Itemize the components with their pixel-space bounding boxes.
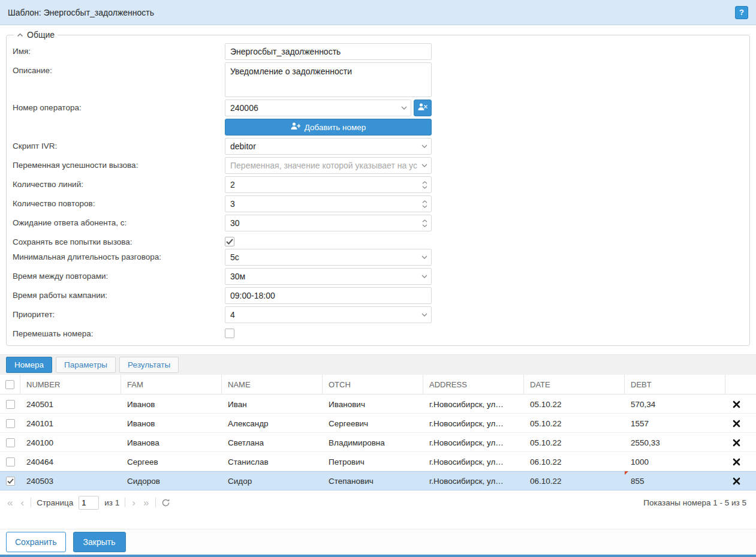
shuffle-checkbox[interactable] (225, 329, 234, 338)
cell-number: 240503 (20, 471, 121, 490)
success-variable-label: Переменная успешности вызова: (13, 157, 225, 170)
first-page-icon[interactable]: « (6, 498, 14, 508)
tab-numbers[interactable]: Номера (6, 357, 52, 373)
name-input[interactable] (225, 43, 432, 60)
column-header-number[interactable]: NUMBER (20, 375, 121, 395)
column-header-name[interactable]: NAME (222, 375, 323, 395)
cell-name: Светлана (222, 433, 323, 452)
repeats-count-input[interactable] (225, 196, 431, 212)
cell-date: 06.10.22 (524, 452, 625, 471)
campaign-time-row: Время работы кампании: (13, 287, 743, 304)
operator-number-value: 240006 (230, 103, 397, 113)
chevron-down-icon[interactable] (418, 144, 431, 148)
delete-row-icon[interactable] (733, 477, 740, 485)
cell-fam: Иванов (121, 395, 222, 414)
lines-count-input[interactable] (225, 177, 431, 192)
column-header-date[interactable]: DATE (524, 375, 625, 395)
spinner-up-icon[interactable] (422, 181, 427, 184)
ivr-script-value: debitor (230, 141, 418, 151)
success-variable-row: Переменная успешности вызова: Переменная… (13, 157, 743, 174)
operator-number-combo[interactable]: 240006 (225, 100, 411, 116)
repeat-interval-combo[interactable]: 30м (225, 268, 432, 285)
column-header-fam[interactable]: FAM (121, 375, 222, 395)
tab-parameters-label: Параметры (64, 360, 107, 369)
ivr-script-combo[interactable]: debitor (225, 138, 432, 155)
cell-name: Иван (222, 395, 323, 414)
close-button[interactable]: Закрыть (73, 532, 126, 552)
cell-address: г.Новосибирск, ул… (423, 414, 524, 433)
min-duration-combo[interactable]: 5с (225, 249, 432, 266)
column-header-debt[interactable]: DEBT (625, 375, 725, 395)
answer-wait-input[interactable] (225, 215, 431, 231)
save-attempts-label: Сохранять все попытки вызова: (13, 234, 225, 246)
delete-row-icon[interactable] (733, 401, 740, 408)
repeats-count-spinner (225, 195, 432, 212)
column-header-address[interactable]: ADDRESS (423, 375, 524, 395)
tab-results-label: Результаты (128, 360, 170, 369)
row-checkbox[interactable] (6, 438, 15, 447)
operator-number-row: Номер оператора: 240006 (13, 100, 743, 116)
cell-fam: Сергеев (121, 452, 222, 471)
paging-status: Показаны номера 1 - 5 из 5 (643, 498, 750, 507)
page-of-label: из 1 (104, 498, 119, 507)
page-label: Страница (37, 498, 73, 507)
chevron-down-icon[interactable] (418, 313, 431, 317)
toolbar-separator (31, 498, 31, 507)
prev-page-icon[interactable]: ‹ (19, 498, 25, 508)
row-checkbox[interactable] (6, 400, 15, 409)
row-checkbox[interactable] (6, 457, 15, 466)
chevron-down-icon[interactable] (418, 275, 431, 278)
add-number-button[interactable]: Добавить номер (225, 119, 432, 136)
cell-date: 05.10.22 (524, 395, 625, 414)
fieldset-title: Общие (27, 30, 55, 40)
spinner-up-icon[interactable] (422, 219, 427, 222)
delete-row-icon[interactable] (733, 458, 740, 466)
refresh-icon[interactable] (161, 498, 170, 507)
tab-results[interactable]: Результаты (119, 357, 179, 373)
chevron-down-icon[interactable] (418, 164, 431, 167)
cell-address: г.Новосибирск, ул… (423, 471, 524, 490)
chevron-down-icon[interactable] (418, 255, 431, 259)
table-row[interactable]: 240464 Сергеев Станислав Петрович г.Ново… (0, 452, 756, 471)
campaign-time-input[interactable] (225, 287, 432, 304)
delete-row-icon[interactable] (733, 420, 740, 427)
select-all-checkbox[interactable] (5, 380, 14, 389)
table-row[interactable]: 240503 Сидоров Сидор Степанович г.Новоси… (0, 471, 756, 490)
success-variable-combo[interactable]: Переменная, значение которой указывает н… (225, 157, 432, 174)
cell-fam: Иванова (121, 433, 222, 452)
description-input[interactable]: Уведомление о задолженности (225, 62, 432, 97)
help-button[interactable]: ? (735, 6, 748, 19)
save-button[interactable]: Сохранить (6, 532, 66, 552)
select-all-header (0, 375, 20, 395)
remove-operator-button[interactable] (414, 100, 432, 116)
cell-debt: 1000 (625, 452, 725, 471)
table-row[interactable]: 240101 Иванов Александр Сергеевич г.Ново… (0, 414, 756, 433)
cell-fam: Сидоров (121, 471, 222, 490)
repeat-interval-value: 30м (230, 272, 418, 281)
repeat-interval-label: Время между повторами: (13, 268, 225, 281)
window-title: Шаблон: Энергосбыт_задолженность (8, 8, 154, 17)
cell-fam: Иванов (121, 414, 222, 433)
table-row[interactable]: 240501 Иванов Иван Иванович г.Новосибирс… (0, 395, 756, 414)
footer-bar: Сохранить Закрыть (0, 529, 756, 557)
spinner-up-icon[interactable] (422, 200, 427, 203)
spinner-down-icon[interactable] (422, 224, 427, 227)
save-attempts-checkbox[interactable] (225, 237, 234, 246)
row-checkbox[interactable] (6, 477, 15, 486)
column-header-actions (725, 375, 756, 395)
row-checkbox[interactable] (6, 419, 15, 428)
priority-combo[interactable]: 4 (225, 306, 432, 323)
last-page-icon[interactable]: » (142, 498, 150, 508)
spinner-down-icon[interactable] (422, 186, 427, 189)
column-header-otch[interactable]: OTCH (323, 375, 423, 395)
page-number-input[interactable] (79, 496, 99, 510)
tab-parameters[interactable]: Параметры (56, 357, 116, 373)
spinner-down-icon[interactable] (422, 205, 427, 208)
delete-row-icon[interactable] (733, 439, 740, 447)
cell-date: 05.10.22 (524, 433, 625, 452)
chevron-down-icon[interactable] (397, 106, 411, 110)
add-number-row: Добавить номер (13, 119, 743, 136)
collapse-icon[interactable] (17, 33, 23, 37)
table-row[interactable]: 240100 Иванова Светлана Владимировна г.Н… (0, 433, 756, 452)
next-page-icon[interactable]: › (131, 498, 137, 508)
